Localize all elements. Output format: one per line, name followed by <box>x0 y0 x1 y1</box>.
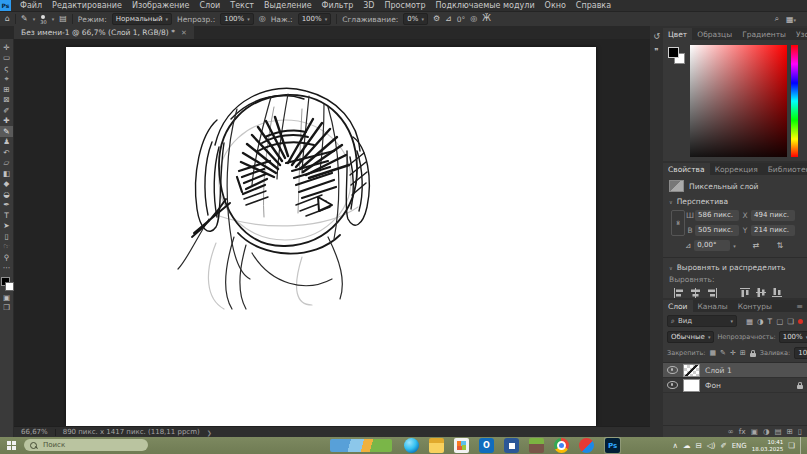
file-explorer-icon[interactable] <box>429 438 444 453</box>
y-field[interactable]: 214 пикс. <box>751 225 795 236</box>
chevron-down-icon[interactable]: ▾ <box>733 243 736 249</box>
align-section-header[interactable]: ∨ Выровнять и распределить <box>669 263 801 272</box>
tab-libraries[interactable]: Библиотеки <box>763 163 807 175</box>
flow-select[interactable]: 100%▾ <box>298 13 332 25</box>
opacity-select[interactable]: 100%▾ <box>220 13 254 25</box>
align-left-icon[interactable] <box>673 288 684 298</box>
menu-3d[interactable]: 3D <box>358 0 379 11</box>
menu-layers[interactable]: Слои <box>194 0 225 11</box>
tray-chevron-icon[interactable]: ∧ <box>672 437 678 454</box>
lock-pixels-icon[interactable]: ✎ <box>720 349 726 357</box>
lock-artboard-icon[interactable]: ⊞ <box>740 349 746 357</box>
gear-icon[interactable]: ⚙ <box>433 12 440 26</box>
blend-mode-select[interactable]: Нормальный▾ <box>112 13 172 25</box>
menu-file[interactable]: Файл <box>15 0 47 11</box>
x-field[interactable]: 494 пикс. <box>751 210 795 221</box>
link-layers-icon[interactable]: ∞ <box>727 427 733 436</box>
photoshop-taskbar-icon[interactable]: Ps <box>605 438 620 453</box>
filter-smart-object-icon[interactable]: ❏ <box>787 317 794 326</box>
menu-filter[interactable]: Фильтр <box>317 0 359 11</box>
pressure-size-icon[interactable]: ◎ <box>470 12 477 26</box>
tab-channels[interactable]: Каналы <box>693 300 733 312</box>
layer-name[interactable]: Фон <box>705 381 721 390</box>
display-icon[interactable]: ⊟ <box>695 437 701 454</box>
tool-history-brush[interactable]: ↶ <box>0 147 13 158</box>
menu-view[interactable]: Просмотр <box>380 0 431 11</box>
menu-select[interactable]: Выделение <box>259 0 317 11</box>
pressure-opacity-icon[interactable]: ◎ <box>259 12 266 26</box>
tool-move[interactable]: ✛ <box>0 42 13 53</box>
clock[interactable]: 10:41 18.03.2025 <box>752 439 784 452</box>
layer-thumbnail[interactable] <box>683 364 700 377</box>
hue-slider[interactable] <box>791 45 798 157</box>
document-tab[interactable]: Без имени-1 @ 66,7% (Слой 1, RGB/8) * ✕ <box>14 26 194 39</box>
brush-tip-picker[interactable]: 30 <box>40 15 46 24</box>
tab-color[interactable]: Цвет <box>663 28 692 40</box>
tool-crop[interactable]: ⊞ <box>0 84 13 95</box>
menu-help[interactable]: Справка <box>571 0 616 11</box>
tab-properties[interactable]: Свойства <box>663 163 710 175</box>
tool-type[interactable]: T <box>0 210 13 221</box>
brush-angle-icon[interactable]: ⊿ <box>445 12 452 26</box>
blue-app-icon[interactable] <box>504 438 519 453</box>
search-input[interactable] <box>41 440 125 450</box>
close-icon[interactable]: ✕ <box>181 29 187 37</box>
minecraft-icon[interactable] <box>529 438 544 453</box>
tool-eraser[interactable]: ▱ <box>0 158 13 169</box>
foreground-color-swatch[interactable] <box>668 47 679 58</box>
symmetry-icon[interactable]: Ӝ <box>482 12 491 26</box>
layer-name[interactable]: Слой 1 <box>705 366 732 375</box>
search-icon[interactable]: ⌕ <box>774 14 778 24</box>
tool-zoom[interactable]: ⚲ <box>0 252 13 263</box>
weather-widget[interactable] <box>330 439 392 452</box>
language-indicator[interactable]: ENG <box>732 442 747 450</box>
lock-position-icon[interactable]: ✛ <box>730 349 736 357</box>
onedrive-cloud-icon[interactable]: ☁ <box>683 437 691 454</box>
pen-settings-icon[interactable]: ✐ <box>720 437 726 454</box>
layer-row-layer1[interactable]: Слой 1 <box>663 363 807 378</box>
flip-vertical-icon[interactable]: ⇅ <box>777 241 784 250</box>
document-canvas[interactable] <box>66 47 596 427</box>
comments-panel-icon[interactable]: ❞ <box>654 47 658 56</box>
tool-healing-brush[interactable]: ✚ <box>0 116 13 127</box>
visibility-eye-icon[interactable] <box>667 366 678 374</box>
red-app-icon[interactable] <box>579 438 594 453</box>
history-panel-icon[interactable]: ↺ <box>653 32 660 41</box>
workspace-switcher[interactable]: ▦▾ <box>786 15 796 24</box>
tool-gradient[interactable]: ◧ <box>0 168 13 179</box>
tool-pen[interactable]: ✒ <box>0 200 13 211</box>
height-field[interactable]: 505 пикс. <box>695 225 739 236</box>
align-right-icon[interactable] <box>707 288 718 298</box>
align-center-horizontal-icon[interactable] <box>690 288 701 298</box>
layer-opacity-select[interactable]: 100% ▾ <box>779 331 807 343</box>
show-desktop-button[interactable] <box>800 437 804 454</box>
saturation-brightness-field[interactable] <box>690 45 787 157</box>
menu-image[interactable]: Изображение <box>127 0 195 11</box>
tab-layers[interactable]: Слои <box>663 300 693 312</box>
tool-brush[interactable]: ✎ <box>0 126 13 137</box>
tab-swatches[interactable]: Образцы <box>692 28 737 40</box>
volume-icon[interactable]: ◁) <box>707 437 716 454</box>
tool-clone-stamp[interactable]: ♟ <box>0 137 13 148</box>
outlook-icon[interactable]: O <box>479 438 494 453</box>
brush-preset-icon[interactable]: ✎ <box>21 12 28 26</box>
layer-effects-icon[interactable]: fx <box>739 427 746 436</box>
background-color-swatch[interactable] <box>5 282 14 291</box>
tool-shape[interactable]: ▯ <box>0 231 13 242</box>
photos-icon[interactable] <box>454 438 469 453</box>
transform-section-header[interactable]: ∨ Перспектива <box>669 197 801 206</box>
menu-plugins[interactable]: Подключаемые модули <box>431 0 540 11</box>
tool-hand[interactable]: ☞ <box>0 242 13 253</box>
align-center-vertical-icon[interactable] <box>756 287 766 298</box>
rotation-angle-field[interactable]: 0,00° <box>694 240 730 251</box>
tool-object-selection[interactable]: ⌖ <box>0 74 13 85</box>
menu-window[interactable]: Окно <box>540 0 571 11</box>
lock-all-icon[interactable] <box>750 353 756 357</box>
notification-center-icon[interactable]: ❏ <box>788 437 795 454</box>
menu-type[interactable]: Текст <box>225 0 259 11</box>
layer-row-background[interactable]: Фон <box>663 378 807 393</box>
layer-blend-mode-select[interactable]: Обычные ▾ <box>667 331 714 343</box>
chevron-down-icon[interactable]: ▾ <box>52 16 55 22</box>
width-field[interactable]: 586 пикс. <box>695 210 739 221</box>
new-layer-icon[interactable]: ⊞ <box>787 427 793 436</box>
